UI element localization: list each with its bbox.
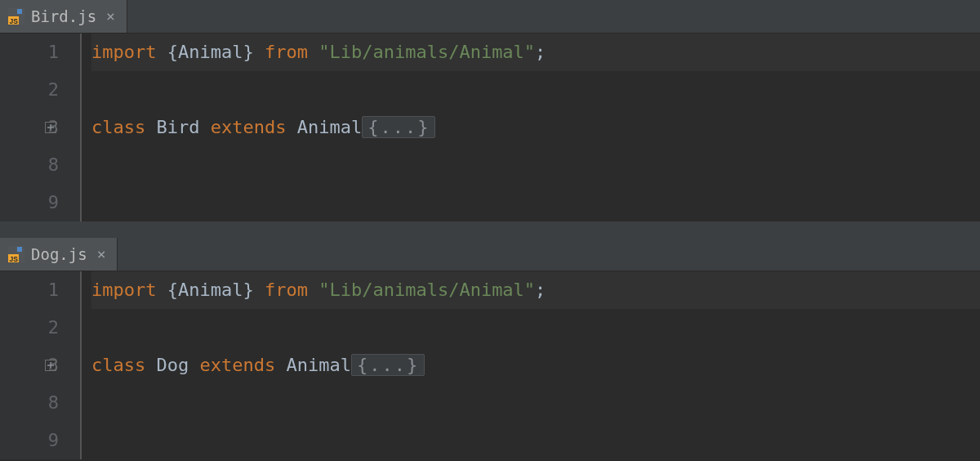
line-number: 2 [0, 71, 59, 109]
tab-bar: JS Dog.js × [0, 238, 980, 271]
code-line[interactable]: import {Animal} from "Lib/animals/Animal… [91, 271, 980, 309]
line-number: 9 [0, 184, 59, 222]
code-line[interactable] [91, 146, 980, 184]
tab-bar: JS Bird.js × [0, 0, 980, 34]
code-area[interactable]: import {Animal} from "Lib/animals/Animal… [80, 271, 980, 459]
close-icon[interactable]: × [97, 247, 106, 262]
code-line[interactable] [91, 422, 980, 459]
code-editor[interactable]: 1 2 3 8 9 import {Animal} from "Lib/anim… [0, 34, 980, 222]
code-line[interactable] [91, 184, 980, 222]
fold-expand-icon[interactable] [45, 122, 56, 133]
svg-text:JS: JS [10, 255, 19, 263]
folded-region[interactable]: {...} [351, 354, 425, 376]
gutter: 1 2 3 8 9 [0, 34, 80, 222]
gutter: 1 2 3 8 9 [0, 271, 80, 459]
tab-filename: Bird.js [31, 7, 96, 25]
line-number: 3 [0, 109, 59, 146]
file-tab[interactable]: JS Dog.js × [0, 238, 118, 271]
close-icon[interactable]: × [106, 9, 115, 24]
file-tab[interactable]: JS Bird.js × [0, 0, 127, 33]
code-line[interactable] [91, 71, 980, 109]
line-number: 8 [0, 384, 59, 422]
folded-region[interactable]: {...} [362, 116, 435, 138]
svg-rect-10 [17, 247, 22, 252]
svg-text:JS: JS [10, 17, 19, 25]
code-line[interactable]: class Bird extends Animal{...} [91, 109, 980, 146]
code-editor[interactable]: 1 2 3 8 9 import {Animal} from "Lib/anim… [0, 271, 980, 459]
svg-rect-3 [17, 9, 22, 14]
fold-expand-icon[interactable] [45, 360, 56, 371]
line-number: 3 [0, 347, 59, 384]
code-line[interactable]: class Dog extends Animal{...} [91, 347, 980, 384]
line-number: 9 [0, 422, 59, 459]
line-number: 8 [0, 146, 59, 184]
code-line[interactable] [91, 309, 980, 347]
js-file-icon: JS [8, 8, 24, 25]
tab-filename: Dog.js [31, 245, 87, 263]
line-number: 1 [0, 34, 59, 71]
editor-pane-0: JS Bird.js × 1 2 3 8 9 import {Animal} f… [0, 0, 980, 222]
code-line[interactable] [91, 384, 980, 422]
code-line[interactable]: import {Animal} from "Lib/animals/Animal… [91, 34, 980, 71]
pane-divider [0, 222, 980, 238]
line-number: 1 [0, 271, 59, 309]
code-area[interactable]: import {Animal} from "Lib/animals/Animal… [80, 34, 980, 222]
editor-pane-1: JS Dog.js × 1 2 3 8 9 import {Animal} fr… [0, 238, 980, 459]
js-file-icon: JS [8, 246, 24, 262]
line-number: 2 [0, 309, 59, 347]
